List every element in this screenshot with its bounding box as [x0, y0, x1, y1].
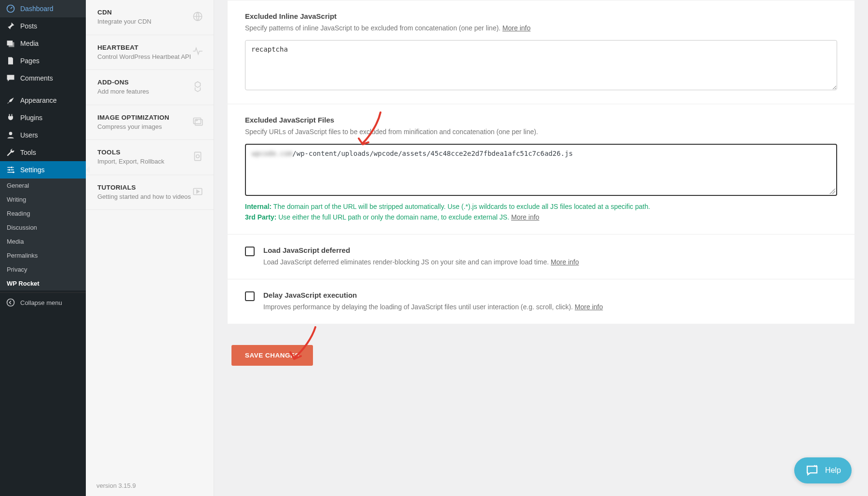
submenu-reading[interactable]: Reading — [0, 207, 86, 220]
sidebar-label-media: Media — [20, 40, 39, 47]
sidebar-item-media[interactable]: Media — [0, 35, 86, 52]
load-deferred-title: Load JavaScript deferred — [263, 246, 837, 254]
delay-execution-desc-text: Improves performance by delaying the loa… — [263, 303, 575, 311]
video-icon — [191, 185, 204, 200]
sidebar-item-tools[interactable]: Tools — [0, 144, 86, 161]
excluded-inline-desc-text: Specify patterns of inline JavaScript to… — [245, 24, 502, 32]
help-button[interactable]: Help — [794, 457, 852, 483]
save-changes-button[interactable]: SAVE CHANGES — [231, 345, 313, 366]
sidebar-label-dashboard: Dashboard — [20, 5, 54, 13]
gear-file-icon — [191, 150, 204, 165]
load-deferred-desc: Load JavaScript deferred eliminates rend… — [263, 257, 837, 267]
sidebar-label-plugins: Plugins — [20, 114, 42, 122]
tab-tutorials-desc: Getting started and how to videos — [97, 193, 199, 201]
sidebar-item-users[interactable]: Users — [0, 126, 86, 144]
sidebar-item-settings[interactable]: Settings — [0, 161, 86, 179]
tab-tools-title: TOOLS — [97, 149, 199, 156]
sidebar-label-appearance: Appearance — [20, 96, 57, 104]
delay-execution-desc: Improves performance by delaying the loa… — [263, 302, 837, 312]
section-delay-execution: Delay JavaScript execution Improves perf… — [228, 279, 854, 324]
delay-execution-more-link[interactable]: More info — [575, 303, 603, 311]
hint-3rd-text: Use either the full URL path or only the… — [276, 213, 511, 221]
sidebar-item-appearance[interactable]: Appearance — [0, 92, 86, 109]
submenu-discussion[interactable]: Discussion — [0, 220, 86, 234]
load-deferred-checkbox[interactable] — [245, 247, 255, 256]
hint-internal-text: The domain part of the URL will be strip… — [271, 203, 650, 210]
excluded-files-textarea[interactable]: wpcode.com/wp-content/uploads/wpcode/ass… — [245, 144, 837, 196]
pin-icon — [6, 21, 15, 31]
excluded-files-desc: Specify URLs of JavaScript files to be e… — [245, 127, 837, 137]
sidebar-item-comments[interactable]: Comments — [0, 69, 86, 87]
globe-icon — [191, 10, 204, 25]
excluded-inline-more-link[interactable]: More info — [502, 24, 530, 32]
settings-submenu: General Writing Reading Discussion Media… — [0, 179, 86, 290]
tab-addons[interactable]: ADD-ONS Add more features — [86, 70, 214, 105]
brush-icon — [6, 96, 15, 105]
sidebar-label-posts: Posts — [20, 22, 37, 30]
wrench-icon — [6, 148, 15, 157]
chat-icon — [805, 463, 819, 478]
wprocket-tabs: CDN Integrate your CDN HEARTBEAT Control… — [86, 0, 214, 496]
submenu-writing[interactable]: Writing — [0, 193, 86, 207]
svg-point-5 — [9, 169, 10, 170]
submenu-general[interactable]: General — [0, 179, 86, 193]
excluded-files-title: Excluded JavaScript Files — [245, 116, 837, 124]
media-icon — [6, 39, 15, 48]
hint-internal-label: Internal: — [245, 203, 271, 210]
collapse-label: Collapse menu — [20, 299, 62, 306]
hint-3rd-label: 3rd Party: — [245, 213, 276, 221]
tab-addons-title: ADD-ONS — [97, 79, 199, 86]
images-icon — [191, 115, 204, 129]
tab-cdn[interactable]: CDN Integrate your CDN — [86, 0, 214, 35]
sidebar-item-plugins[interactable]: Plugins — [0, 109, 86, 126]
tab-tutorials[interactable]: TUTORIALS Getting started and how to vid… — [86, 175, 214, 210]
sliders-icon — [6, 165, 15, 175]
svg-point-13 — [196, 155, 200, 158]
tab-addons-desc: Add more features — [97, 87, 199, 96]
svg-point-4 — [11, 166, 13, 168]
submenu-media[interactable]: Media — [0, 234, 86, 248]
load-deferred-more-link[interactable]: More info — [551, 258, 579, 266]
boxes-icon — [191, 80, 204, 95]
help-label: Help — [825, 466, 841, 475]
excluded-files-more-link[interactable]: More info — [511, 213, 539, 221]
tab-heartbeat-title: HEARTBEAT — [97, 44, 199, 51]
tab-heartbeat[interactable]: HEARTBEAT Control WordPress Heartbeat AP… — [86, 35, 214, 70]
svg-point-7 — [7, 299, 14, 306]
tab-cdn-desc: Integrate your CDN — [97, 17, 199, 26]
tab-cdn-title: CDN — [97, 9, 199, 16]
section-excluded-inline-js: Excluded Inline JavaScript Specify patte… — [228, 0, 854, 104]
sidebar-label-settings: Settings — [20, 166, 45, 174]
plug-icon — [6, 113, 15, 123]
excluded-files-value-blurred: wpcode.com — [252, 150, 292, 157]
heartbeat-icon — [191, 45, 204, 59]
section-load-deferred: Load JavaScript deferred Load JavaScript… — [228, 234, 854, 279]
tab-heartbeat-desc: Control WordPress Heartbeat API — [97, 53, 199, 61]
tab-imgopt-title: IMAGE OPTIMIZATION — [97, 114, 199, 121]
submenu-wp-rocket[interactable]: WP Rocket — [0, 276, 86, 290]
excluded-inline-textarea[interactable] — [245, 40, 837, 90]
tab-tutorials-title: TUTORIALS — [97, 184, 199, 191]
tab-imgopt-desc: Compress your images — [97, 123, 199, 131]
load-deferred-desc-text: Load JavaScript deferred eliminates rend… — [263, 258, 551, 266]
submenu-permalinks[interactable]: Permalinks — [0, 248, 86, 262]
sidebar-item-dashboard[interactable]: Dashboard — [0, 0, 86, 17]
user-icon — [6, 130, 15, 140]
tab-image-optimization[interactable]: IMAGE OPTIMIZATION Compress your images — [86, 105, 214, 140]
svg-rect-2 — [9, 42, 14, 47]
tab-tools-desc: Import, Export, Rollback — [97, 157, 199, 166]
sidebar-item-pages[interactable]: Pages — [0, 52, 86, 69]
delay-execution-checkbox[interactable] — [245, 291, 255, 301]
settings-panel: Excluded Inline JavaScript Specify patte… — [228, 0, 854, 324]
tab-tools[interactable]: TOOLS Import, Export, Rollback — [86, 140, 214, 175]
sidebar-label-users: Users — [20, 131, 38, 139]
excluded-files-value: /wp-content/uploads/wpcode/assets/45c48c… — [292, 150, 573, 157]
collapse-menu-button[interactable]: Collapse menu — [0, 292, 86, 312]
submenu-privacy[interactable]: Privacy — [0, 262, 86, 276]
svg-point-3 — [9, 132, 13, 135]
main-content: Excluded Inline JavaScript Specify patte… — [214, 0, 868, 496]
svg-rect-12 — [195, 152, 201, 160]
sidebar-item-posts[interactable]: Posts — [0, 17, 86, 35]
section-excluded-js-files: Excluded JavaScript Files Specify URLs o… — [228, 104, 854, 234]
excluded-inline-desc: Specify patterns of inline JavaScript to… — [245, 23, 837, 33]
